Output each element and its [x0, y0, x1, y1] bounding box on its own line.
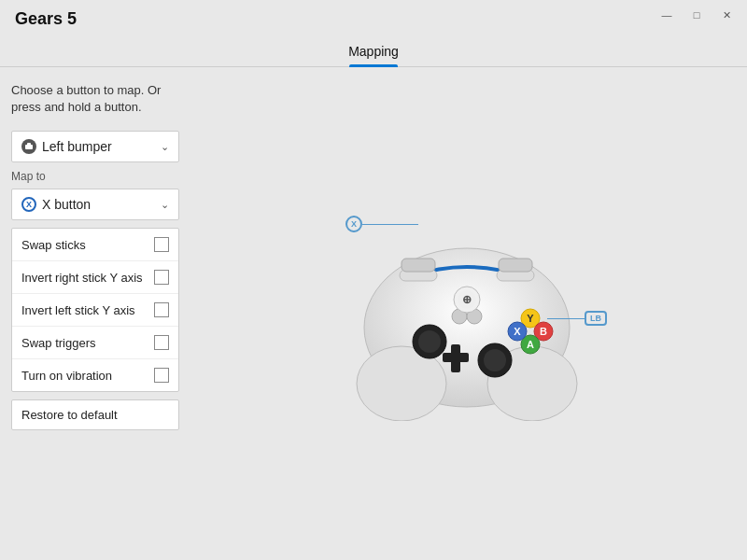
button-selector-chevron-icon: ⌄: [161, 141, 169, 153]
option-invert-left-stick-y[interactable]: Invert left stick Y axis: [12, 294, 178, 327]
svg-rect-14: [443, 353, 469, 362]
button-selector-text: Left bumper: [42, 139, 112, 154]
svg-text:⊕: ⊕: [462, 293, 472, 306]
option-invert-left-checkbox[interactable]: [154, 302, 169, 317]
svg-text:Y: Y: [527, 313, 534, 324]
map-to-label: Map to: [11, 170, 176, 183]
button-selector-label-row: Left bumper: [21, 139, 112, 154]
svg-text:A: A: [527, 339, 534, 350]
maximize-button[interactable]: □: [684, 6, 710, 24]
option-invert-right-checkbox[interactable]: [154, 270, 169, 285]
x-annotation-circle: X: [345, 216, 362, 232]
close-button[interactable]: ✕: [713, 6, 740, 24]
option-swap-triggers-label: Swap triggers: [21, 336, 95, 350]
option-invert-right-label: Invert right stick Y axis: [21, 271, 143, 285]
svg-rect-1: [27, 143, 31, 146]
options-list: Swap sticks Invert right stick Y axis In…: [11, 228, 179, 392]
left-panel: Choose a button to map. Or press and hol…: [0, 67, 187, 560]
tab-bar: Mapping: [0, 30, 747, 67]
svg-text:B: B: [540, 326, 547, 337]
option-vibration-label: Turn on vibration: [21, 369, 112, 383]
option-vibration[interactable]: Turn on vibration: [12, 359, 178, 391]
app-title: Gears 5: [15, 9, 77, 29]
annotation-x-button: X: [345, 216, 418, 232]
annotation-lb: LB: [547, 311, 607, 326]
map-selector-dropdown[interactable]: X X button ⌄: [11, 189, 179, 220]
x-button-icon: X: [21, 197, 36, 212]
svg-point-10: [418, 330, 441, 353]
lb-annotation-line: [547, 318, 585, 319]
svg-text:X: X: [514, 326, 521, 337]
svg-rect-7: [402, 259, 435, 272]
option-invert-right-stick-y[interactable]: Invert right stick Y axis: [12, 261, 178, 294]
bumper-icon: [21, 139, 36, 154]
restore-default-button[interactable]: Restore to default: [11, 399, 179, 430]
map-selector-text: X button: [42, 197, 91, 212]
option-swap-sticks[interactable]: Swap sticks: [12, 229, 178, 261]
option-vibration-checkbox[interactable]: [154, 368, 169, 383]
map-selector-label-row: X X button: [21, 197, 91, 212]
titlebar-controls: — □ ✕: [654, 6, 740, 24]
button-selector-dropdown[interactable]: Left bumper ⌄: [11, 131, 179, 162]
option-swap-triggers[interactable]: Swap triggers: [12, 327, 178, 359]
option-swap-sticks-checkbox[interactable]: [154, 237, 169, 252]
x-annotation-line: [362, 224, 418, 225]
map-selector-chevron-icon: ⌄: [161, 199, 169, 211]
svg-rect-8: [499, 259, 532, 272]
option-swap-sticks-label: Swap sticks: [21, 238, 86, 252]
svg-point-12: [484, 349, 506, 371]
lb-annotation-badge: LB: [585, 311, 607, 326]
option-invert-left-label: Invert left stick Y axis: [21, 303, 135, 317]
tab-mapping[interactable]: Mapping: [333, 36, 414, 66]
instructions-text: Choose a button to map. Or press and hol…: [11, 82, 176, 116]
minimize-button[interactable]: —: [654, 6, 680, 24]
controller-wrapper: X LB: [317, 206, 616, 421]
titlebar: — □ ✕: [0, 0, 747, 30]
controller-area: X LB: [187, 67, 747, 560]
option-swap-triggers-checkbox[interactable]: [154, 335, 169, 350]
